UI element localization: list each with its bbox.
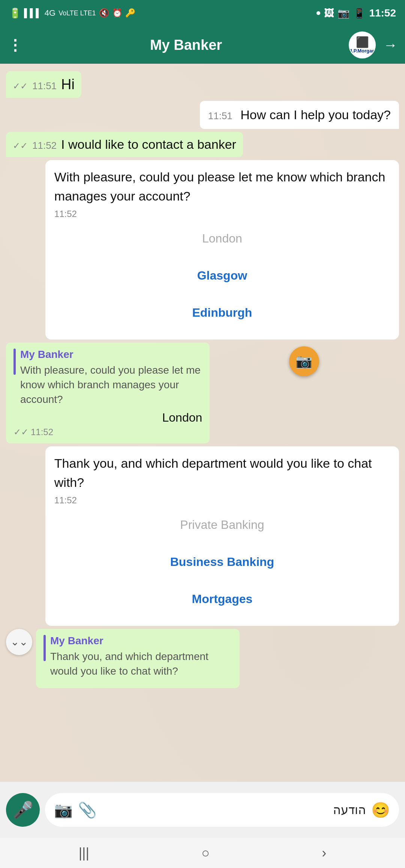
scroll-down-button[interactable]: ⌄⌄ bbox=[6, 629, 32, 655]
checkmarks-contact: ✓✓ bbox=[13, 141, 28, 151]
time-display: 11:52 bbox=[369, 7, 396, 19]
jpmorgan-logo: ⬛ J.P.Morgan bbox=[350, 37, 375, 53]
network-label: 4G bbox=[45, 8, 56, 18]
chat-header: ⋮ My Banker ⬛ J.P.Morgan → bbox=[0, 26, 405, 64]
status-bar-left: 🔋 ▌▌▌ 4G VoLTE LTE1 🔇 ⏰ 🔑 bbox=[9, 7, 135, 19]
nav-bar: ||| ○ › bbox=[0, 838, 405, 868]
mute-icon: 🔇 bbox=[99, 8, 109, 18]
quote-dept-bar bbox=[44, 635, 46, 661]
alarm-icon: ⏰ bbox=[112, 8, 122, 18]
quote-dept-header: My Banker Thank you, and which departmen… bbox=[44, 635, 232, 678]
whatsapp-icon: 📱 bbox=[353, 7, 365, 19]
status-bar: 🔋 ▌▌▌ 4G VoLTE LTE1 🔇 ⏰ 🔑 🖼 📷 📱 11:52 bbox=[0, 0, 405, 26]
department-question-text: Thank you, and which department would yo… bbox=[54, 454, 390, 492]
checkmarks-hi: ✓✓ bbox=[13, 81, 28, 91]
quote-dept-text: Thank you, and which department would yo… bbox=[50, 649, 232, 678]
mic-icon: 🎤 bbox=[13, 800, 33, 820]
video-icon: 📷 bbox=[338, 7, 350, 19]
branch-question-text: With pleasure, could you please let me k… bbox=[54, 168, 390, 206]
checkmarks-london: ✓✓ bbox=[14, 427, 28, 437]
attachment-icon[interactable]: 📎 bbox=[78, 801, 97, 819]
message-help-received: 11:51 How can I help you today? bbox=[200, 101, 399, 129]
branch-option-london[interactable]: London bbox=[54, 223, 390, 254]
quote-reply-text: London bbox=[14, 411, 202, 425]
branch-options: London Glasgow Edinburgh bbox=[54, 221, 390, 330]
scroll-down-icon: ⌄⌄ bbox=[10, 636, 28, 648]
department-question-time: 11:52 bbox=[54, 495, 390, 506]
department-question-bubble: Thank you, and which department would yo… bbox=[45, 446, 399, 626]
quote-header: My Banker With pleasure, could you pleas… bbox=[14, 349, 202, 407]
quote-dept-content: My Banker Thank you, and which departmen… bbox=[50, 635, 232, 678]
msg-hi-time: 11:51 bbox=[32, 80, 57, 92]
department-options: Private Banking Business Banking Mortgag… bbox=[54, 508, 390, 616]
message-input-field: 📷 📎 הודעה 😊 bbox=[45, 793, 399, 827]
msg-hi-text: Hi bbox=[61, 76, 75, 93]
quote-text: With pleasure, could you please let me k… bbox=[20, 363, 202, 407]
quote-author: My Banker bbox=[20, 349, 202, 361]
quoted-london-row: My Banker With pleasure, could you pleas… bbox=[6, 343, 289, 443]
quoted-dept-row: ⌄⌄ My Banker Thank you, and which depart… bbox=[6, 629, 289, 688]
branch-question-bubble: With pleasure, could you please let me k… bbox=[45, 160, 399, 340]
emoji-button[interactable]: 😊 bbox=[371, 801, 390, 819]
mic-button[interactable]: 🎤 bbox=[6, 793, 40, 827]
msg-contact-time: 11:52 bbox=[32, 140, 57, 151]
chat-area: ✓✓ 11:51 Hi 11:51 How can I help you tod… bbox=[0, 64, 405, 782]
quoted-london-bubble: My Banker With pleasure, could you pleas… bbox=[6, 343, 210, 443]
msg-contact-text: I would like to contact a banker bbox=[61, 137, 236, 152]
camera-input-icon[interactable]: 📷 bbox=[54, 801, 73, 819]
status-bar-right: 🖼 📷 📱 11:52 bbox=[316, 7, 396, 19]
nav-back-button[interactable]: ||| bbox=[79, 845, 89, 861]
msg-help-time: 11:51 bbox=[208, 110, 232, 121]
quote-time: 11:52 bbox=[31, 427, 53, 437]
msg-help-text: How can I help you today? bbox=[240, 108, 391, 122]
message-contact-banker-sent: ✓✓ 11:52 I would like to contact a banke… bbox=[6, 132, 243, 157]
branch-question-time: 11:52 bbox=[54, 209, 390, 219]
dept-option-mortgages[interactable]: Mortgages bbox=[54, 584, 390, 614]
quoted-dept-bubble: My Banker Thank you, and which departmen… bbox=[36, 629, 240, 688]
signal-icon: ▌▌▌ bbox=[24, 8, 42, 18]
menu-dots-button[interactable]: ⋮ bbox=[8, 37, 23, 52]
branch-option-edinburgh[interactable]: Edinburgh bbox=[54, 298, 390, 328]
quote-time-row: ✓✓ 11:52 bbox=[14, 427, 202, 437]
header-title: My Banker bbox=[31, 37, 341, 53]
message-hi-sent: ✓✓ 11:51 Hi bbox=[6, 71, 81, 98]
key-icon: 🔑 bbox=[125, 8, 135, 18]
volte-label: VoLTE LTE1 bbox=[58, 9, 96, 17]
quote-content: My Banker With pleasure, could you pleas… bbox=[20, 349, 202, 407]
photo-icon: 🖼 bbox=[324, 7, 334, 19]
branch-option-glasgow[interactable]: Glasgow bbox=[54, 260, 390, 291]
forward-arrow-button[interactable]: → bbox=[383, 37, 398, 53]
floating-camera-button[interactable]: 📷 bbox=[289, 346, 319, 376]
dept-option-business[interactable]: Business Banking bbox=[54, 547, 390, 577]
quote-bar bbox=[14, 349, 16, 375]
nav-home-button[interactable]: ○ bbox=[201, 845, 210, 861]
contact-avatar[interactable]: ⬛ J.P.Morgan bbox=[349, 31, 376, 58]
quote-dept-author: My Banker bbox=[50, 635, 232, 647]
message-input[interactable]: הודעה bbox=[102, 803, 366, 817]
dept-option-private[interactable]: Private Banking bbox=[54, 510, 390, 540]
dot-indicator bbox=[316, 11, 320, 15]
battery-icon: 🔋 bbox=[9, 7, 21, 19]
input-toolbar: 🎤 📷 📎 הודעה 😊 bbox=[0, 782, 405, 838]
nav-recent-button[interactable]: › bbox=[322, 845, 326, 861]
